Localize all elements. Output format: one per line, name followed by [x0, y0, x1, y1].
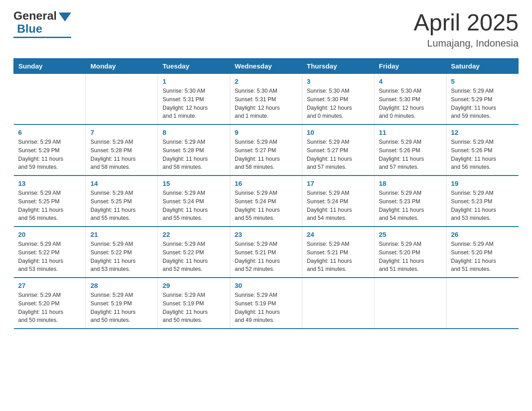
day-info: Sunrise: 5:29 AM Sunset: 5:24 PM Dayligh… [235, 189, 297, 223]
day-info: Sunrise: 5:29 AM Sunset: 5:20 PM Dayligh… [451, 240, 514, 274]
calendar-cell: 6Sunrise: 5:29 AM Sunset: 5:29 PM Daylig… [14, 124, 86, 176]
calendar-cell: 27Sunrise: 5:29 AM Sunset: 5:20 PM Dayli… [14, 278, 86, 329]
day-info: Sunrise: 5:29 AM Sunset: 5:22 PM Dayligh… [163, 240, 225, 274]
calendar-cell: 12Sunrise: 5:29 AM Sunset: 5:26 PM Dayli… [446, 124, 519, 176]
day-info: Sunrise: 5:29 AM Sunset: 5:28 PM Dayligh… [163, 138, 225, 171]
calendar-cell: 1Sunrise: 5:30 AM Sunset: 5:31 PM Daylig… [158, 74, 230, 125]
calendar-cell: 30Sunrise: 5:29 AM Sunset: 5:19 PM Dayli… [230, 278, 302, 329]
calendar-cell: 9Sunrise: 5:29 AM Sunset: 5:27 PM Daylig… [230, 124, 302, 176]
calendar-week-row: 27Sunrise: 5:29 AM Sunset: 5:20 PM Dayli… [14, 278, 519, 329]
day-info: Sunrise: 5:29 AM Sunset: 5:26 PM Dayligh… [451, 138, 514, 171]
day-number: 13 [18, 180, 82, 187]
day-info: Sunrise: 5:29 AM Sunset: 5:28 PM Dayligh… [90, 138, 153, 171]
calendar-cell: 8Sunrise: 5:29 AM Sunset: 5:28 PM Daylig… [158, 124, 230, 176]
header-day-thursday: Thursday [302, 59, 374, 74]
day-info: Sunrise: 5:29 AM Sunset: 5:24 PM Dayligh… [163, 189, 225, 223]
calendar-cell: 28Sunrise: 5:29 AM Sunset: 5:19 PM Dayli… [86, 278, 158, 329]
day-number: 3 [307, 77, 369, 85]
header-day-tuesday: Tuesday [158, 59, 230, 74]
day-number: 16 [235, 180, 297, 187]
day-number: 11 [379, 128, 442, 136]
logo: General Blue [13, 9, 71, 38]
page-subtitle: Lumajang, Indonesia [414, 38, 519, 49]
day-number: 15 [163, 180, 225, 187]
calendar-cell: 10Sunrise: 5:29 AM Sunset: 5:27 PM Dayli… [302, 124, 374, 176]
day-number: 7 [90, 128, 153, 136]
day-info: Sunrise: 5:29 AM Sunset: 5:19 PM Dayligh… [90, 291, 153, 325]
page-title: April 2025 [414, 9, 519, 36]
logo-blue-text: Blue [17, 22, 42, 36]
day-number: 12 [451, 128, 514, 136]
day-number: 6 [18, 128, 82, 136]
logo-general-text: General [13, 9, 57, 23]
day-number: 19 [451, 180, 514, 187]
calendar-cell: 25Sunrise: 5:29 AM Sunset: 5:20 PM Dayli… [374, 227, 446, 278]
day-info: Sunrise: 5:29 AM Sunset: 5:20 PM Dayligh… [379, 240, 442, 274]
calendar-cell: 15Sunrise: 5:29 AM Sunset: 5:24 PM Dayli… [158, 176, 230, 227]
calendar-cell: 24Sunrise: 5:29 AM Sunset: 5:21 PM Dayli… [302, 227, 374, 278]
header-day-wednesday: Wednesday [230, 59, 302, 74]
day-number: 25 [379, 231, 442, 238]
logo-underline [13, 37, 71, 38]
header-day-monday: Monday [86, 59, 158, 74]
calendar-cell: 14Sunrise: 5:29 AM Sunset: 5:25 PM Dayli… [86, 176, 158, 227]
calendar-week-row: 6Sunrise: 5:29 AM Sunset: 5:29 PM Daylig… [14, 124, 519, 176]
day-info: Sunrise: 5:29 AM Sunset: 5:29 PM Dayligh… [451, 87, 514, 120]
header-day-friday: Friday [374, 59, 446, 74]
calendar-table: SundayMondayTuesdayWednesdayThursdayFrid… [13, 58, 519, 329]
title-area: April 2025 Lumajang, Indonesia [414, 9, 519, 49]
day-info: Sunrise: 5:29 AM Sunset: 5:23 PM Dayligh… [379, 189, 442, 223]
day-number: 2 [235, 77, 297, 85]
day-number: 30 [235, 282, 297, 289]
calendar-cell: 22Sunrise: 5:29 AM Sunset: 5:22 PM Dayli… [158, 227, 230, 278]
day-number: 5 [451, 77, 514, 85]
logo-triangle-icon [59, 13, 71, 21]
day-number: 18 [379, 180, 442, 187]
calendar-cell [446, 278, 519, 329]
day-number: 17 [307, 180, 369, 187]
day-number: 22 [163, 231, 225, 238]
day-number: 9 [235, 128, 297, 136]
header-day-saturday: Saturday [446, 59, 519, 74]
day-number: 1 [163, 77, 225, 85]
day-info: Sunrise: 5:29 AM Sunset: 5:27 PM Dayligh… [307, 138, 369, 171]
calendar-cell: 13Sunrise: 5:29 AM Sunset: 5:25 PM Dayli… [14, 176, 86, 227]
calendar-cell: 26Sunrise: 5:29 AM Sunset: 5:20 PM Dayli… [446, 227, 519, 278]
day-number: 4 [379, 77, 442, 85]
calendar-cell [374, 278, 446, 329]
day-info: Sunrise: 5:29 AM Sunset: 5:25 PM Dayligh… [90, 189, 153, 223]
calendar-header-row: SundayMondayTuesdayWednesdayThursdayFrid… [14, 59, 519, 74]
day-number: 26 [451, 231, 514, 238]
calendar-cell [86, 74, 158, 125]
day-number: 24 [307, 231, 369, 238]
day-info: Sunrise: 5:29 AM Sunset: 5:21 PM Dayligh… [307, 240, 369, 274]
day-info: Sunrise: 5:30 AM Sunset: 5:31 PM Dayligh… [235, 87, 297, 120]
calendar-cell [302, 278, 374, 329]
calendar-cell: 19Sunrise: 5:29 AM Sunset: 5:23 PM Dayli… [446, 176, 519, 227]
day-number: 29 [163, 282, 225, 289]
calendar-cell [14, 74, 86, 125]
day-info: Sunrise: 5:29 AM Sunset: 5:20 PM Dayligh… [18, 291, 82, 325]
calendar-cell: 7Sunrise: 5:29 AM Sunset: 5:28 PM Daylig… [86, 124, 158, 176]
calendar-week-row: 20Sunrise: 5:29 AM Sunset: 5:22 PM Dayli… [14, 227, 519, 278]
calendar-cell: 11Sunrise: 5:29 AM Sunset: 5:26 PM Dayli… [374, 124, 446, 176]
day-info: Sunrise: 5:29 AM Sunset: 5:23 PM Dayligh… [451, 189, 514, 223]
day-number: 14 [90, 180, 153, 187]
day-info: Sunrise: 5:29 AM Sunset: 5:19 PM Dayligh… [235, 291, 297, 325]
day-info: Sunrise: 5:29 AM Sunset: 5:25 PM Dayligh… [18, 189, 82, 223]
day-info: Sunrise: 5:30 AM Sunset: 5:31 PM Dayligh… [163, 87, 225, 120]
calendar-cell: 20Sunrise: 5:29 AM Sunset: 5:22 PM Dayli… [14, 227, 86, 278]
calendar-cell: 4Sunrise: 5:30 AM Sunset: 5:30 PM Daylig… [374, 74, 446, 125]
day-info: Sunrise: 5:30 AM Sunset: 5:30 PM Dayligh… [307, 87, 369, 120]
day-info: Sunrise: 5:29 AM Sunset: 5:29 PM Dayligh… [18, 138, 82, 171]
day-info: Sunrise: 5:29 AM Sunset: 5:22 PM Dayligh… [18, 240, 82, 274]
day-number: 21 [90, 231, 153, 238]
calendar-week-row: 1Sunrise: 5:30 AM Sunset: 5:31 PM Daylig… [14, 74, 519, 125]
calendar-cell: 21Sunrise: 5:29 AM Sunset: 5:22 PM Dayli… [86, 227, 158, 278]
calendar-cell: 18Sunrise: 5:29 AM Sunset: 5:23 PM Dayli… [374, 176, 446, 227]
calendar-cell: 17Sunrise: 5:29 AM Sunset: 5:24 PM Dayli… [302, 176, 374, 227]
day-number: 10 [307, 128, 369, 136]
calendar-cell: 23Sunrise: 5:29 AM Sunset: 5:21 PM Dayli… [230, 227, 302, 278]
day-info: Sunrise: 5:29 AM Sunset: 5:22 PM Dayligh… [90, 240, 153, 274]
calendar-week-row: 13Sunrise: 5:29 AM Sunset: 5:25 PM Dayli… [14, 176, 519, 227]
